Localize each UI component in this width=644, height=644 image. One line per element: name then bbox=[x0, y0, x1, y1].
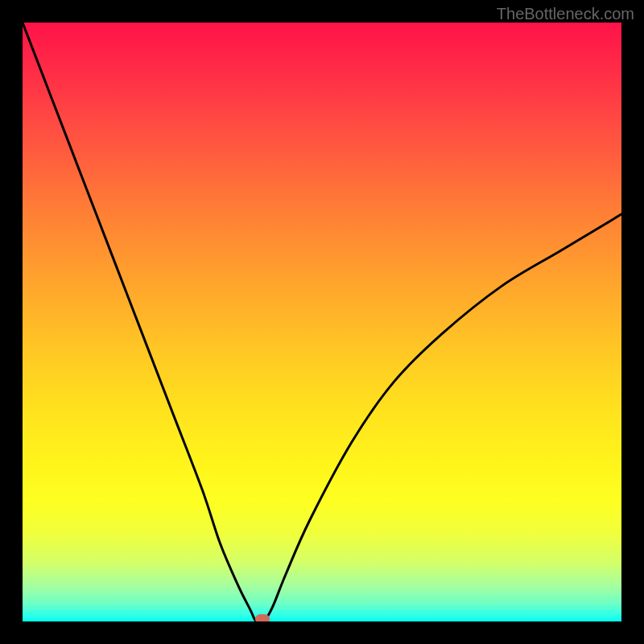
watermark-text: TheBottleneck.com bbox=[497, 5, 634, 23]
chart-plot-area bbox=[23, 23, 621, 621]
bottleneck-curve bbox=[23, 23, 621, 621]
chart-curve-svg bbox=[23, 23, 621, 621]
optimum-marker bbox=[255, 614, 270, 621]
